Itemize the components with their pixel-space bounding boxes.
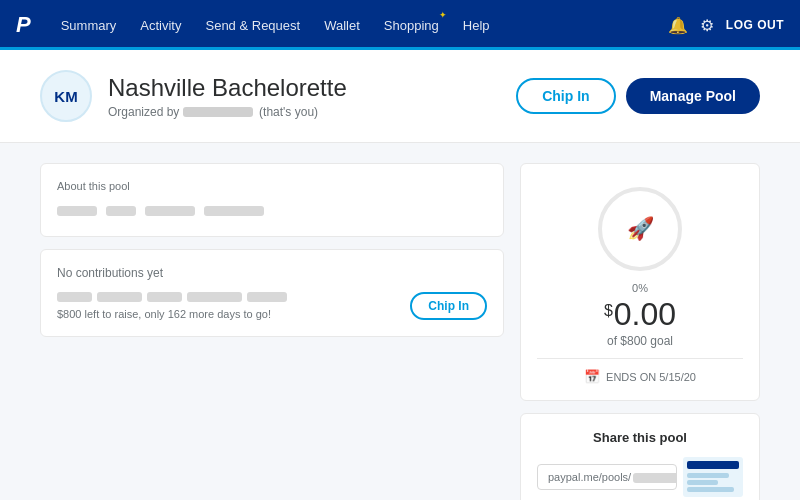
avatar: KM — [40, 70, 92, 122]
no-contributions-label: No contributions yet — [57, 266, 487, 280]
about-card: About this pool — [40, 163, 504, 237]
star-icon: ✦ — [439, 10, 447, 20]
nav-link-wallet[interactable]: Wallet — [314, 0, 370, 50]
contrib-left: $800 left to raise, only 162 more days t… — [57, 292, 287, 320]
amount-display: $ 0.00 — [604, 298, 676, 330]
blur-text-1 — [57, 206, 97, 216]
dollar-sign: $ — [604, 302, 613, 320]
left-panel: About this pool No contributions yet — [40, 163, 504, 495]
contributions-card: No contributions yet $800 left to raise,… — [40, 249, 504, 337]
cblur-3 — [147, 292, 182, 302]
blur-text-2 — [106, 206, 136, 216]
pool-header-left: KM Nashville Bachelorette Organized by (… — [40, 70, 347, 122]
link-blur — [633, 473, 677, 483]
pool-title: Nashville Bachelorette — [108, 74, 347, 102]
share-title: Share this pool — [537, 430, 743, 445]
nav-actions: 🔔 ⚙ LOG OUT — [668, 16, 784, 35]
blur-text-4 — [204, 206, 264, 216]
chip-in-button-card[interactable]: Chip In — [410, 292, 487, 320]
divider — [537, 358, 743, 359]
about-card-content — [57, 202, 487, 220]
ends-label: ENDS ON 5/15/20 — [606, 371, 696, 383]
nav-link-summary[interactable]: Summary — [51, 0, 127, 50]
cblur-1 — [57, 292, 92, 302]
preview-bar-2 — [687, 480, 718, 485]
preview-bar-3 — [687, 487, 734, 492]
progress-circle: 🚀 — [595, 184, 685, 274]
share-link-box[interactable]: paypal.me/pools/ — [537, 464, 677, 490]
share-preview — [683, 457, 743, 497]
main-content: About this pool No contributions yet — [0, 143, 800, 500]
ends-row: 📅 ENDS ON 5/15/20 — [584, 369, 696, 384]
preview-bar-dark — [687, 461, 739, 469]
contributions-row: $800 left to raise, only 162 more days t… — [57, 292, 487, 320]
nav-link-help[interactable]: Help — [453, 0, 500, 50]
nav-link-shopping[interactable]: Shopping✦ — [374, 0, 449, 50]
cblur-5 — [247, 292, 287, 302]
progress-card: 🚀 0% $ 0.00 of $800 goal 📅 ENDS ON 5/15/… — [520, 163, 760, 401]
amount-value: 0.00 — [614, 298, 676, 330]
share-link-row: paypal.me/pools/ — [537, 457, 743, 497]
pool-subtitle: Organized by (that's you) — [108, 105, 347, 119]
blur-text-3 — [145, 206, 195, 216]
manage-pool-button[interactable]: Manage Pool — [626, 78, 760, 114]
contrib-progress-text: $800 left to raise, only 162 more days t… — [57, 308, 287, 320]
calendar-icon: 📅 — [584, 369, 600, 384]
rocket-icon: 🚀 — [627, 216, 654, 242]
about-card-label: About this pool — [57, 180, 487, 192]
percent-text: 0% — [632, 282, 648, 294]
pool-info: Nashville Bachelorette Organized by (tha… — [108, 74, 347, 119]
nav-link-send-request[interactable]: Send & Request — [195, 0, 310, 50]
nav-links: Summary Activity Send & Request Wallet S… — [51, 0, 668, 50]
notification-icon[interactable]: 🔔 — [668, 16, 688, 35]
navigation: P Summary Activity Send & Request Wallet… — [0, 0, 800, 50]
logout-button[interactable]: LOG OUT — [726, 18, 784, 32]
chip-in-button-header[interactable]: Chip In — [516, 78, 615, 114]
cblur-2 — [97, 292, 142, 302]
contrib-blurs — [57, 292, 287, 302]
nav-link-activity[interactable]: Activity — [130, 0, 191, 50]
pool-header: KM Nashville Bachelorette Organized by (… — [0, 50, 800, 143]
share-card: Share this pool paypal.me/pools/ f Faceb… — [520, 413, 760, 500]
right-panel: 🚀 0% $ 0.00 of $800 goal 📅 ENDS ON 5/15/… — [520, 163, 760, 495]
header-buttons: Chip In Manage Pool — [516, 78, 760, 114]
preview-bar-1 — [687, 473, 729, 478]
cblur-4 — [187, 292, 242, 302]
paypal-logo: P — [16, 12, 31, 38]
gear-icon[interactable]: ⚙ — [700, 16, 714, 35]
goal-text: of $800 goal — [607, 334, 673, 348]
